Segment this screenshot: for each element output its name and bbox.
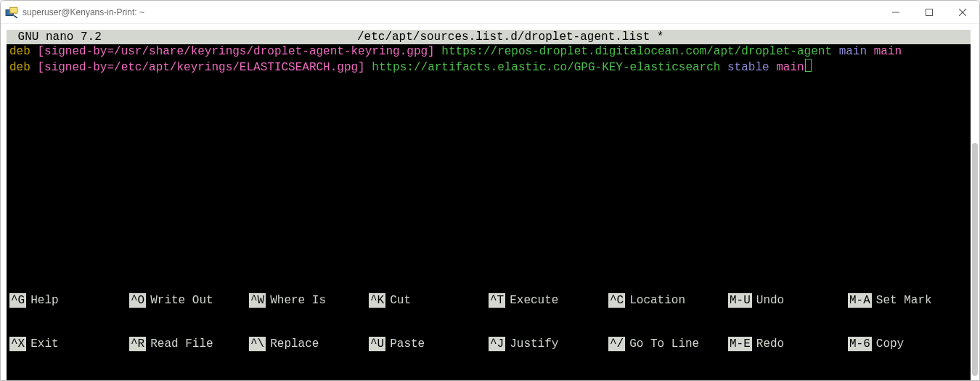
putty-icon <box>5 6 18 19</box>
token-url: https://repos-droplet.digitalocean.com/a… <box>441 45 832 58</box>
shortcut-label: Help <box>30 293 58 308</box>
shortcut-label: Set Mark <box>876 293 932 308</box>
app-window: superuser@Kenyans-in-Print: ~ GNU nano 7… <box>0 0 980 381</box>
shortcut-label: Justify <box>510 337 558 351</box>
window-controls <box>879 1 979 23</box>
editor-body[interactable]: deb [signed-by=/usr/share/keyrings/dropl… <box>7 44 971 75</box>
shortcut-key: ^G <box>9 293 26 308</box>
shortcut-item: M-ASet Mark <box>848 293 968 308</box>
shortcut-item: ^RRead File <box>129 337 249 351</box>
shortcut-label: Replace <box>270 337 319 351</box>
shortcut-label: Paste <box>390 337 425 351</box>
svg-line-2 <box>14 15 17 17</box>
shortcut-item: ^JJustify <box>489 337 608 351</box>
shortcut-label: Cut <box>390 293 411 308</box>
close-button[interactable] <box>946 1 979 23</box>
svg-rect-4 <box>926 9 933 15</box>
terminal[interactable]: GNU nano 7.2 /etc/apt/sources.list.d/dro… <box>7 30 971 380</box>
shortcut-item: ^\Replace <box>249 337 369 351</box>
window-title: superuser@Kenyans-in-Print: ~ <box>23 7 144 17</box>
shortcut-key: M-A <box>848 293 872 308</box>
nano-app-label: GNU nano 7.2 <box>7 30 108 44</box>
vertical-scrollbar[interactable] <box>972 56 978 376</box>
shortcut-item: ^CLocation <box>608 293 728 308</box>
shortcut-key: ^X <box>9 337 26 351</box>
shortcut-item: ^GHelp <box>9 293 129 308</box>
token-component: main <box>776 61 804 74</box>
token-suite: main <box>839 45 867 58</box>
terminal-container: GNU nano 7.2 /etc/apt/sources.list.d/dro… <box>1 24 979 380</box>
shortcut-item: ^/Go To Line <box>608 337 728 351</box>
shortcut-item: M-ERedo <box>728 337 848 351</box>
shortcut-key: ^U <box>369 337 385 351</box>
shortcut-label: Location <box>629 293 685 308</box>
maximize-button[interactable] <box>912 1 946 23</box>
shortcut-item: M-UUndo <box>728 293 848 308</box>
token-signed-by: [signed-by=/etc/apt/keyrings/ELASTICSEAR… <box>37 61 364 74</box>
token-deb: deb <box>9 45 30 58</box>
shortcut-label: Read File <box>150 337 213 351</box>
shortcut-item: ^KCut <box>369 293 489 308</box>
shortcut-label: Exit <box>30 337 58 351</box>
nano-header: GNU nano 7.2 /etc/apt/sources.list.d/dro… <box>7 30 971 44</box>
shortcut-item: ^WWhere Is <box>249 293 369 308</box>
shortcut-key: ^W <box>249 293 266 308</box>
shortcut-key: M-U <box>728 293 752 308</box>
token-url: https://artifacts.elastic.co/GPG-KEY-ela… <box>372 61 720 74</box>
svg-rect-1 <box>10 7 17 13</box>
titlebar: superuser@Kenyans-in-Print: ~ <box>1 1 979 24</box>
shortcut-row-1: ^GHelp^OWrite Out^WWhere Is^KCut^TExecut… <box>9 293 968 308</box>
shortcut-label: Execute <box>510 293 558 308</box>
shortcut-key: M-E <box>728 337 752 351</box>
shortcut-item: ^UPaste <box>369 337 489 351</box>
token-signed-by: [signed-by=/usr/share/keyrings/droplet-a… <box>37 45 434 58</box>
shortcut-key: ^O <box>129 293 146 308</box>
shortcut-label: Copy <box>876 337 904 351</box>
shortcut-key: ^K <box>369 293 385 308</box>
shortcut-label: Undo <box>756 293 784 308</box>
shortcut-item: ^OWrite Out <box>129 293 249 308</box>
shortcut-key: ^R <box>129 337 146 351</box>
nano-header-right <box>912 30 971 44</box>
token-deb: deb <box>9 61 30 74</box>
shortcut-item: ^XExit <box>9 337 129 351</box>
shortcut-key: ^C <box>608 293 625 308</box>
shortcut-key: ^\ <box>249 337 266 351</box>
shortcut-item: ^TExecute <box>489 293 608 308</box>
shortcut-label: Redo <box>756 337 784 351</box>
shortcut-label: Where Is <box>270 293 326 308</box>
editor-line[interactable]: deb [signed-by=/usr/share/keyrings/dropl… <box>9 44 968 59</box>
token-suite: stable <box>727 61 769 74</box>
scroll-thumb[interactable] <box>972 143 978 376</box>
shortcut-row-2: ^XExit^RRead File^\Replace^UPaste^JJusti… <box>9 337 968 351</box>
shortcut-key: ^J <box>489 337 505 351</box>
shortcut-item: M-6Copy <box>848 337 968 351</box>
shortcut-key: ^T <box>489 293 505 308</box>
text-cursor <box>805 59 812 72</box>
token-component: main <box>874 45 902 58</box>
minimize-button[interactable] <box>879 1 912 23</box>
nano-footer: ^GHelp^OWrite Out^WWhere Is^KCut^TExecut… <box>7 264 971 380</box>
shortcut-label: Write Out <box>150 293 213 308</box>
shortcut-key: ^/ <box>608 337 625 351</box>
shortcut-label: Go To Line <box>629 337 699 351</box>
editor-line[interactable]: deb [signed-by=/etc/apt/keyrings/ELASTIC… <box>9 59 968 75</box>
nano-filename: /etc/apt/sources.list.d/droplet-agent.li… <box>108 30 912 44</box>
shortcut-key: M-6 <box>848 337 872 351</box>
